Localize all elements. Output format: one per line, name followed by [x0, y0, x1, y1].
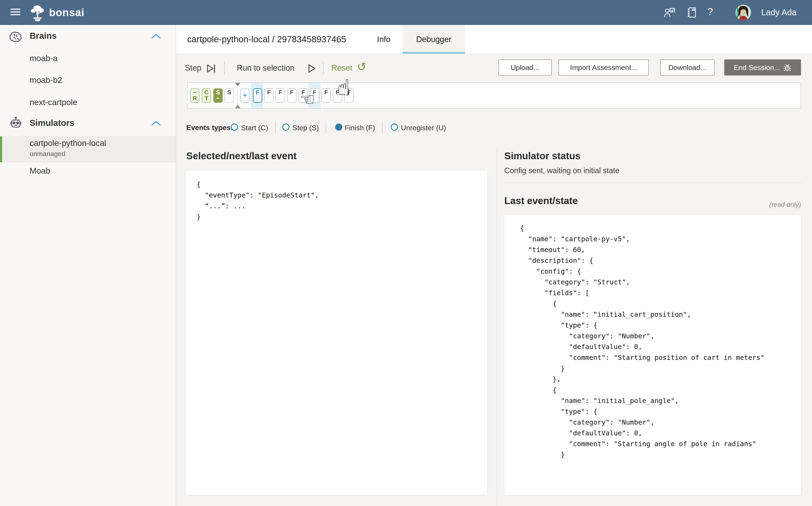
user-name[interactable]: Lady Ada — [761, 8, 797, 17]
timeline-event-box[interactable]: F — [287, 88, 296, 103]
notebook-icon[interactable] — [685, 6, 698, 20]
radio-unregister[interactable] — [391, 123, 398, 131]
pointer-cursor: ☝ — [337, 77, 350, 98]
toolbar-separator — [224, 61, 225, 75]
sidebar-section-simulators[interactable]: Simulators — [29, 118, 74, 128]
filter-separator — [382, 121, 382, 133]
active-tab-underline — [402, 52, 465, 54]
reset-icon[interactable]: ↺ — [357, 61, 366, 72]
tab-info[interactable]: Info — [366, 25, 402, 54]
sidebar-item-label: cartpole-python-local — [29, 139, 106, 148]
selected-event-json: { "eventType": "EpisodeStart", “...”: ..… — [197, 179, 319, 222]
selection-indicator — [0, 137, 2, 162]
play-icon[interactable] — [306, 63, 317, 75]
timeline-event-box[interactable]: F — [264, 88, 274, 103]
timeline-event-box[interactable]: S− — [213, 88, 223, 103]
filter-start-label[interactable]: Start (C) — [241, 124, 268, 132]
event-timeline: −R CT S− S + F F F F F F F F F — [187, 82, 801, 109]
upload-button[interactable]: Upload... — [499, 60, 552, 76]
timeline-event-box[interactable]: S — [224, 88, 234, 103]
sidebar-item-moab-a[interactable]: moab-a — [29, 54, 58, 63]
manicule-cursor: ☜ — [299, 90, 315, 108]
timeline-position-divider[interactable] — [238, 83, 238, 108]
column-divider — [497, 148, 497, 506]
help-icon[interactable]: ? — [707, 6, 713, 17]
timeline-event-box[interactable]: F — [322, 88, 331, 103]
chevron-up-icon[interactable] — [151, 120, 161, 127]
feedback-icon[interactable] — [663, 6, 676, 20]
timeline-marker-top — [235, 83, 241, 86]
timeline-event-box[interactable]: F — [276, 88, 285, 103]
radio-finish[interactable] — [335, 123, 342, 131]
timeline-marker-bottom — [235, 105, 241, 108]
filter-step-label[interactable]: Step (S) — [292, 124, 319, 132]
bonsai-tree-logo-icon[interactable] — [29, 4, 46, 22]
last-event-heading: Last event/state — [504, 195, 578, 206]
events-types-label: Events types: — [186, 123, 233, 132]
filter-separator — [275, 121, 276, 133]
timeline-event-box[interactable]: CT — [202, 88, 211, 103]
readonly-label: (read-only) — [695, 201, 801, 208]
simulator-status-text: Config sent, waiting on initial state — [504, 166, 619, 175]
brain-icon — [9, 29, 23, 45]
last-event-json: { "name": "cartpole-py-v5", "timeout": 6… — [520, 223, 764, 460]
reset-button[interactable]: Reset — [331, 64, 352, 73]
sidebar-item-next-cartpole[interactable]: next-cartpole — [29, 98, 77, 107]
radio-step[interactable] — [282, 123, 289, 131]
avatar[interactable] — [735, 5, 751, 21]
filter-separator — [326, 121, 326, 133]
selected-event-card: { "eventType": "EpisodeStart", “...”: ..… — [186, 171, 487, 495]
end-session-button[interactable]: End Session... — [724, 60, 801, 76]
selected-event-heading: Selected/next/last event — [186, 150, 297, 162]
timeline-insert-box[interactable]: + — [240, 88, 250, 103]
step-forward-icon[interactable] — [205, 63, 216, 75]
hamburger-menu-icon[interactable] — [11, 7, 20, 17]
last-event-card: { "name": "cartpole-py-v5", "timeout": 6… — [504, 215, 801, 495]
radio-start[interactable] — [231, 123, 238, 131]
chevron-up-icon[interactable] — [151, 33, 161, 40]
sidebar-item-moab-b2[interactable]: moab-b2 — [29, 76, 62, 85]
sidebar: Brains moab-a moab-b2 next-cartpole Simu… — [0, 25, 176, 506]
title-bar: cartpole-python-local / 29783458937465 I… — [176, 25, 812, 54]
sidebar-item-cartpole-python-local[interactable]: cartpole-python-local unmanaged — [0, 136, 176, 162]
section-divider — [504, 183, 801, 183]
bug-icon — [783, 63, 792, 72]
timeline-event-box[interactable]: −R — [190, 88, 199, 103]
sidebar-item-moab[interactable]: Moab — [29, 166, 50, 175]
tab-debugger[interactable]: Debugger — [402, 25, 465, 54]
filter-unregister-label[interactable]: Unregister (U) — [401, 124, 446, 132]
top-bar: bonsai ? — [0, 0, 812, 25]
simulator-status-heading: Simulator status — [504, 150, 580, 162]
sidebar-item-sublabel: unmanaged — [29, 150, 65, 158]
import-assessment-button[interactable]: Import Assessment... — [558, 60, 649, 76]
filter-finish-label[interactable]: Finish (F) — [345, 124, 375, 132]
download-button[interactable]: Download... — [660, 60, 715, 76]
sidebar-section-brains[interactable]: Brains — [29, 31, 57, 41]
page-title: cartpole-python-local / 29783458937465 — [187, 34, 346, 45]
robot-icon — [9, 115, 23, 130]
step-button[interactable]: Step — [185, 64, 201, 73]
timeline-event-box[interactable]: F — [253, 88, 262, 103]
toolbar-separator — [323, 61, 324, 75]
brand-name[interactable]: bonsai — [49, 6, 84, 19]
run-to-selection-button[interactable]: Run to selection — [237, 64, 294, 73]
